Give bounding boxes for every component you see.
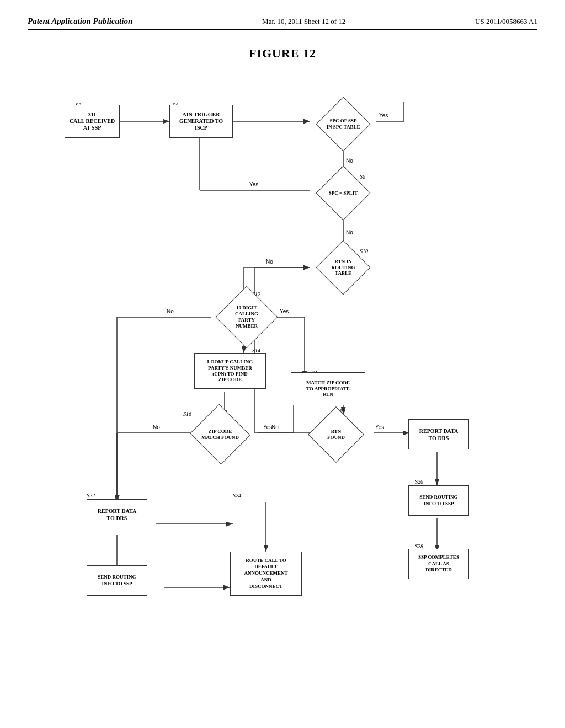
step-label-s26: S26: [415, 479, 423, 485]
node-s26-label: SEND ROUTING INFO TO SSP: [419, 494, 457, 507]
svg-text:No: No: [346, 229, 353, 235]
node-s6-diamond: SPC = SPLIT: [305, 171, 382, 215]
node-s20-label: REPORT DATA TO DRS: [419, 427, 459, 442]
step-label-s22: S22: [87, 493, 95, 499]
svg-text:No: No: [266, 259, 273, 265]
page: Patent Application Publication Mar. 10, …: [0, 0, 565, 728]
node-s8-diamond: SPC OF SSPIN SPC TABLE: [305, 102, 382, 146]
node-s22-label: REPORT DATA TO DRS: [98, 507, 137, 522]
node-s10-diamond: RTN INROUTINGTABLE: [305, 245, 382, 290]
node-s2-label: 311 CALL RECEIVED AT SSP: [70, 111, 115, 131]
svg-text:No: No: [346, 158, 353, 164]
node-s20: REPORT DATA TO DRS: [408, 419, 469, 449]
node-s12-diamond: 10 DIGITCALLINGPARTYNUMBER: [214, 292, 280, 342]
node-s27-label: SEND ROUTING INFO TO SSP: [98, 574, 136, 587]
node-s4: AIN TRIGGER GENERATED TO ISCP: [169, 105, 233, 138]
node-s28-label: SSP COMPLETES CALL AS DIRECTED: [418, 554, 459, 574]
node-s16-diamond: ZIP CODEMATCH FOUND: [184, 411, 256, 458]
node-s19-diamond: RTNFOUND: [306, 413, 366, 457]
node-s18-label: MATCH ZIP CODE TO APPROPRIATE RTN: [306, 380, 350, 398]
figure-title: FIGURE 12: [28, 46, 537, 61]
flowchart-diagram: Yes No Yes No No Yes: [34, 72, 531, 651]
svg-text:No: No: [153, 424, 160, 430]
node-s27: SEND ROUTING INFO TO SSP: [87, 565, 147, 596]
node-s26: SEND ROUTING INFO TO SSP: [408, 485, 469, 516]
svg-text:Yes: Yes: [375, 424, 384, 430]
svg-text:Yes: Yes: [249, 181, 258, 188]
node-s24-label: ROUTE CALL TO DEFAULT ANNOUNCEMENT AND D…: [244, 558, 287, 590]
header-patent-number: US 2011/0058663 A1: [475, 17, 537, 26]
step-label-s24: S24: [233, 493, 241, 499]
node-s18: MATCH ZIP CODE TO APPROPRIATE RTN: [291, 372, 365, 405]
page-header: Patent Application Publication Mar. 10, …: [28, 17, 537, 30]
node-s22: REPORT DATA TO DRS: [87, 499, 147, 529]
svg-text:Yes: Yes: [280, 308, 289, 314]
svg-text:Yes: Yes: [263, 424, 272, 430]
node-s14: LOOKUP CALLING PARTY'S NUMBER (CPN) TO F…: [194, 353, 266, 389]
node-s2: 311 CALL RECEIVED AT SSP: [65, 105, 120, 138]
node-s28: SSP COMPLETES CALL AS DIRECTED: [408, 549, 469, 579]
header-publication-label: Patent Application Publication: [28, 17, 132, 26]
svg-text:No: No: [167, 308, 174, 314]
node-s14-label: LOOKUP CALLING PARTY'S NUMBER (CPN) TO F…: [207, 359, 253, 383]
node-s24: ROUTE CALL TO DEFAULT ANNOUNCEMENT AND D…: [230, 552, 302, 596]
node-s4-label: AIN TRIGGER GENERATED TO ISCP: [179, 111, 223, 131]
svg-text:No: No: [271, 424, 279, 430]
header-date-sheet: Mar. 10, 2011 Sheet 12 of 12: [262, 17, 345, 26]
